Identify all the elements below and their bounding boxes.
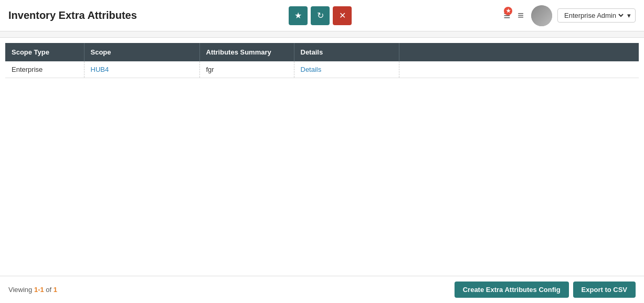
chevron-down-icon: ▾ <box>627 12 631 19</box>
cell-attributes-summary: fgr <box>199 61 294 78</box>
refresh-button[interactable]: ↻ <box>311 6 330 25</box>
subheader-bar <box>0 31 644 38</box>
viewing-text: Viewing 1-1 of 1 <box>8 286 57 294</box>
col-header-scope-type: Scope Type <box>5 43 84 61</box>
cell-actions <box>399 61 639 78</box>
notification-badge: ★ <box>504 7 512 15</box>
col-header-scope: Scope <box>84 43 199 61</box>
cell-scope: HUB4 <box>84 61 199 78</box>
scope-link[interactable]: HUB4 <box>91 66 109 73</box>
export-csv-button[interactable]: Export to CSV <box>573 282 636 298</box>
header-right: ≡ ★ ≡ Enterprise Admin ▾ <box>503 5 636 26</box>
col-header-details: Details <box>294 43 399 61</box>
table-row: Enterprise HUB4 fgr Details <box>5 61 639 78</box>
page-title: Inventory Extra Attributes <box>8 9 137 21</box>
footer: Viewing 1-1 of 1 Create Extra Attributes… <box>0 276 644 303</box>
table-body: Enterprise HUB4 fgr Details <box>5 61 639 78</box>
avatar-image <box>531 5 552 26</box>
main-content: Scope Type Scope Attributes Summary Deta… <box>0 38 644 276</box>
footer-buttons: Create Extra Attributes Config Export to… <box>455 282 636 298</box>
col-header-attributes: Attributes Summary <box>199 43 294 61</box>
notification-bell[interactable]: ≡ ★ <box>503 9 510 23</box>
star-button[interactable]: ★ <box>289 6 308 25</box>
create-extra-attributes-button[interactable]: Create Extra Attributes Config <box>455 282 569 298</box>
col-header-actions <box>399 43 639 61</box>
avatar <box>531 5 552 26</box>
user-dropdown[interactable]: Enterprise Admin ▾ <box>557 8 636 23</box>
details-link[interactable]: Details <box>301 66 322 73</box>
header: Inventory Extra Attributes ★ ↻ ✕ ≡ ★ ≡ E… <box>0 0 644 31</box>
cell-scope-type: Enterprise <box>5 61 84 78</box>
table-header: Scope Type Scope Attributes Summary Deta… <box>5 43 639 61</box>
close-button[interactable]: ✕ <box>333 6 352 25</box>
data-table: Scope Type Scope Attributes Summary Deta… <box>5 43 639 78</box>
user-select[interactable]: Enterprise Admin <box>562 11 625 20</box>
header-toolbar: ★ ↻ ✕ <box>289 6 352 25</box>
cell-details: Details <box>294 61 399 78</box>
hamburger-button[interactable]: ≡ <box>515 7 526 24</box>
